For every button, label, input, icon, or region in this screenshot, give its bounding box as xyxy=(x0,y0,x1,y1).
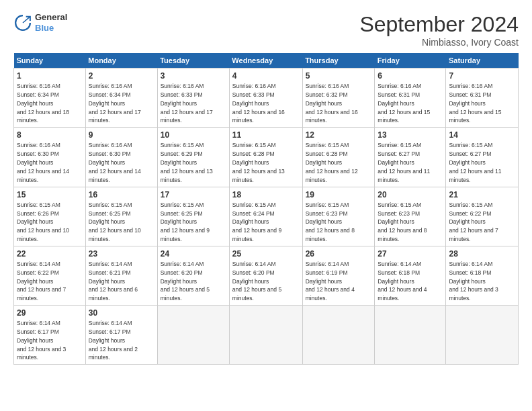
day-number: 8 xyxy=(17,130,83,140)
day-info: Sunrise: 6:14 AMSunset: 6:17 PMDaylight … xyxy=(17,320,66,361)
day-number: 19 xyxy=(306,189,372,200)
day-info: Sunrise: 6:15 AMSunset: 6:28 PMDaylight … xyxy=(306,142,358,183)
day-number: 15 xyxy=(17,189,83,200)
day-info: Sunrise: 6:14 AMSunset: 6:21 PMDaylight … xyxy=(89,261,138,302)
calendar-cell: 10 Sunrise: 6:15 AMSunset: 6:29 PMDaylig… xyxy=(157,128,229,187)
day-info: Sunrise: 6:14 AMSunset: 6:20 PMDaylight … xyxy=(161,261,210,302)
calendar-week-row: 1 Sunrise: 6:16 AMSunset: 6:34 PMDayligh… xyxy=(14,68,519,128)
weekday-header: Wednesday xyxy=(229,53,302,68)
day-info: Sunrise: 6:15 AMSunset: 6:25 PMDaylight … xyxy=(161,201,210,242)
calendar-cell xyxy=(375,306,446,365)
day-number: 3 xyxy=(161,71,226,81)
day-info: Sunrise: 6:14 AMSunset: 6:22 PMDaylight … xyxy=(17,261,66,302)
header: General Blue September 2024 Nimbiasso, I… xyxy=(13,12,519,48)
calendar-cell: 17 Sunrise: 6:15 AMSunset: 6:25 PMDaylig… xyxy=(157,187,229,246)
calendar-cell: 27 Sunrise: 6:14 AMSunset: 6:18 PMDaylig… xyxy=(375,246,446,305)
calendar-cell: 28 Sunrise: 6:14 AMSunset: 6:18 PMDaylig… xyxy=(446,246,519,305)
day-number: 28 xyxy=(449,248,515,259)
logo-text: General Blue xyxy=(35,12,67,33)
day-info: Sunrise: 6:14 AMSunset: 6:18 PMDaylight … xyxy=(378,261,427,302)
calendar-week-row: 8 Sunrise: 6:16 AMSunset: 6:30 PMDayligh… xyxy=(14,128,519,187)
day-number: 4 xyxy=(232,71,300,81)
weekday-header: Monday xyxy=(85,53,157,68)
day-number: 14 xyxy=(449,130,515,140)
calendar-cell: 13 Sunrise: 6:15 AMSunset: 6:27 PMDaylig… xyxy=(375,128,446,187)
day-info: Sunrise: 6:16 AMSunset: 6:34 PMDaylight … xyxy=(17,83,69,124)
calendar-cell: 30 Sunrise: 6:14 AMSunset: 6:17 PMDaylig… xyxy=(85,306,157,365)
logo-line1: General xyxy=(35,12,67,23)
day-number: 21 xyxy=(449,189,515,200)
calendar-cell: 3 Sunrise: 6:16 AMSunset: 6:33 PMDayligh… xyxy=(157,68,229,128)
day-info: Sunrise: 6:15 AMSunset: 6:29 PMDaylight … xyxy=(161,142,213,183)
calendar-cell: 15 Sunrise: 6:15 AMSunset: 6:26 PMDaylig… xyxy=(14,187,86,246)
day-number: 6 xyxy=(378,71,443,81)
day-number: 27 xyxy=(378,248,443,259)
day-info: Sunrise: 6:16 AMSunset: 6:30 PMDaylight … xyxy=(17,142,69,183)
day-number: 29 xyxy=(17,308,83,318)
day-info: Sunrise: 6:16 AMSunset: 6:32 PMDaylight … xyxy=(306,83,358,124)
day-info: Sunrise: 6:15 AMSunset: 6:25 PMDaylight … xyxy=(89,201,141,242)
calendar-cell: 24 Sunrise: 6:14 AMSunset: 6:20 PMDaylig… xyxy=(157,246,229,305)
calendar-cell: 14 Sunrise: 6:15 AMSunset: 6:27 PMDaylig… xyxy=(446,128,519,187)
calendar-cell: 12 Sunrise: 6:15 AMSunset: 6:28 PMDaylig… xyxy=(302,128,375,187)
calendar-table: SundayMondayTuesdayWednesdayThursdayFrid… xyxy=(13,53,519,365)
day-info: Sunrise: 6:15 AMSunset: 6:24 PMDaylight … xyxy=(232,201,281,242)
day-number: 16 xyxy=(89,189,154,200)
calendar-cell: 19 Sunrise: 6:15 AMSunset: 6:23 PMDaylig… xyxy=(302,187,375,246)
day-number: 17 xyxy=(161,189,226,200)
day-number: 23 xyxy=(89,248,154,259)
day-number: 22 xyxy=(17,248,83,259)
day-info: Sunrise: 6:15 AMSunset: 6:23 PMDaylight … xyxy=(378,201,427,242)
calendar-week-row: 22 Sunrise: 6:14 AMSunset: 6:22 PMDaylig… xyxy=(14,246,519,305)
calendar-week-row: 29 Sunrise: 6:14 AMSunset: 6:17 PMDaylig… xyxy=(14,306,519,365)
day-info: Sunrise: 6:16 AMSunset: 6:33 PMDaylight … xyxy=(161,83,213,124)
calendar-week-row: 15 Sunrise: 6:15 AMSunset: 6:26 PMDaylig… xyxy=(14,187,519,246)
day-number: 18 xyxy=(232,189,300,200)
calendar-cell: 6 Sunrise: 6:16 AMSunset: 6:31 PMDayligh… xyxy=(375,68,446,128)
day-info: Sunrise: 6:15 AMSunset: 6:26 PMDaylight … xyxy=(17,201,69,242)
day-number: 11 xyxy=(232,130,300,140)
day-number: 2 xyxy=(89,71,154,81)
month-title: September 2024 xyxy=(359,12,519,37)
calendar-cell: 21 Sunrise: 6:15 AMSunset: 6:22 PMDaylig… xyxy=(446,187,519,246)
day-number: 26 xyxy=(306,248,372,259)
calendar-cell: 11 Sunrise: 6:15 AMSunset: 6:28 PMDaylig… xyxy=(229,128,302,187)
calendar-cell: 25 Sunrise: 6:14 AMSunset: 6:20 PMDaylig… xyxy=(229,246,302,305)
calendar-cell: 23 Sunrise: 6:14 AMSunset: 6:21 PMDaylig… xyxy=(85,246,157,305)
calendar-cell: 18 Sunrise: 6:15 AMSunset: 6:24 PMDaylig… xyxy=(229,187,302,246)
logo-line2: Blue xyxy=(35,23,67,34)
day-info: Sunrise: 6:16 AMSunset: 6:31 PMDaylight … xyxy=(378,83,430,124)
calendar-cell: 16 Sunrise: 6:15 AMSunset: 6:25 PMDaylig… xyxy=(85,187,157,246)
calendar-cell: 9 Sunrise: 6:16 AMSunset: 6:30 PMDayligh… xyxy=(85,128,157,187)
calendar-cell xyxy=(157,306,229,365)
subtitle: Nimbiasso, Ivory Coast xyxy=(359,37,519,48)
calendar-cell: 1 Sunrise: 6:16 AMSunset: 6:34 PMDayligh… xyxy=(14,68,86,128)
logo: General Blue xyxy=(13,12,67,33)
day-info: Sunrise: 6:14 AMSunset: 6:19 PMDaylight … xyxy=(306,261,355,302)
day-info: Sunrise: 6:16 AMSunset: 6:33 PMDaylight … xyxy=(232,83,285,124)
day-number: 12 xyxy=(306,130,372,140)
calendar-cell: 26 Sunrise: 6:14 AMSunset: 6:19 PMDaylig… xyxy=(302,246,375,305)
day-number: 30 xyxy=(89,308,154,318)
weekday-header: Friday xyxy=(375,53,446,68)
day-number: 20 xyxy=(378,189,443,200)
day-number: 10 xyxy=(161,130,226,140)
day-info: Sunrise: 6:15 AMSunset: 6:28 PMDaylight … xyxy=(232,142,285,183)
weekday-header: Tuesday xyxy=(157,53,229,68)
calendar-cell: 4 Sunrise: 6:16 AMSunset: 6:33 PMDayligh… xyxy=(229,68,302,128)
calendar-cell: 7 Sunrise: 6:16 AMSunset: 6:31 PMDayligh… xyxy=(446,68,519,128)
day-info: Sunrise: 6:15 AMSunset: 6:27 PMDaylight … xyxy=(378,142,430,183)
day-info: Sunrise: 6:14 AMSunset: 6:20 PMDaylight … xyxy=(232,261,281,302)
weekday-header: Sunday xyxy=(14,53,86,68)
weekday-header: Saturday xyxy=(446,53,519,68)
day-number: 1 xyxy=(17,71,83,81)
logo-icon xyxy=(13,13,32,32)
day-number: 9 xyxy=(89,130,154,140)
day-info: Sunrise: 6:15 AMSunset: 6:22 PMDaylight … xyxy=(449,201,498,242)
day-info: Sunrise: 6:16 AMSunset: 6:34 PMDaylight … xyxy=(89,83,141,124)
day-number: 13 xyxy=(378,130,443,140)
calendar-cell: 8 Sunrise: 6:16 AMSunset: 6:30 PMDayligh… xyxy=(14,128,86,187)
calendar-cell xyxy=(446,306,519,365)
calendar-cell xyxy=(229,306,302,365)
day-number: 7 xyxy=(449,71,515,81)
